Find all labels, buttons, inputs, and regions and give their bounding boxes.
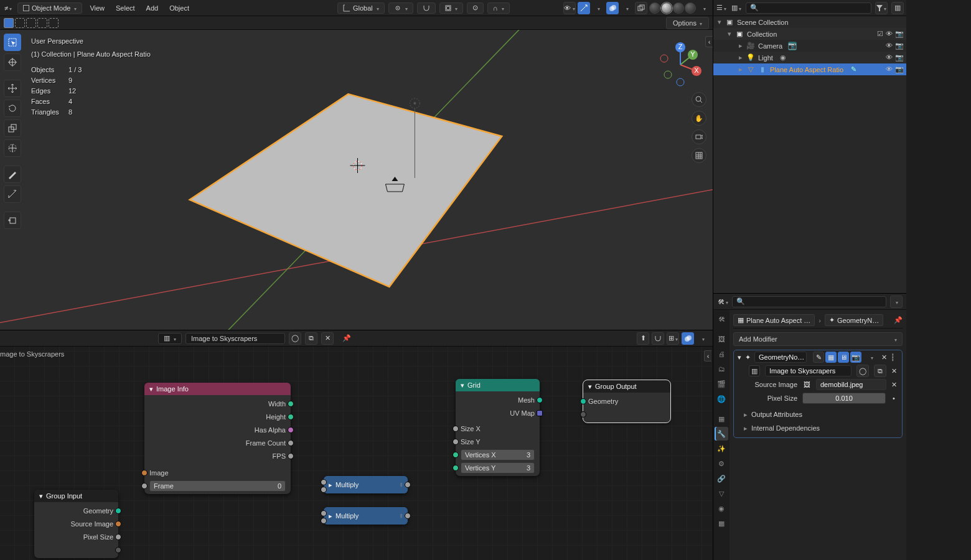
pin-icon[interactable]: 📌 [894, 316, 903, 324]
outliner-filter-icon[interactable] [875, 2, 888, 14]
crumb-modifier[interactable]: ✦GeometryN… [825, 314, 883, 326]
eye-icon[interactable]: 👁 [886, 42, 893, 50]
shade-solid-icon[interactable] [661, 2, 672, 14]
crumb-object[interactable]: ▦Plane Auto Aspect … [733, 314, 815, 326]
mod-drag-handle[interactable]: ┇ [891, 353, 895, 362]
eye-icon[interactable]: 👁 [886, 65, 893, 73]
menu-view[interactable]: View [86, 4, 108, 12]
node-snap-menu[interactable]: ⊞ [667, 332, 679, 345]
outliner-search[interactable]: 🔍 [746, 2, 871, 14]
tab-constraints[interactable]: 🔗 [715, 472, 728, 485]
exclude-checkbox[interactable]: ☑ [877, 30, 883, 38]
tab-material[interactable]: ◉ [715, 502, 728, 515]
modifier-name-field[interactable]: GeometryNo… [754, 352, 807, 363]
image-picker-icon[interactable]: 🖼 [802, 380, 811, 389]
outliner-tree[interactable]: ▾▣ Scene Collection ▾▣ Collection ☑👁📷 ▸🎥… [713, 16, 906, 293]
tool-move[interactable] [4, 80, 21, 97]
xray-icon[interactable] [635, 2, 647, 14]
gn-data-icon[interactable]: ✎ [849, 65, 858, 74]
grid-verty[interactable]: Vertices Y3 [461, 462, 535, 474]
menu-select[interactable]: Select [112, 4, 139, 12]
grid-vertx[interactable]: Vertices X3 [461, 449, 535, 460]
render-icon[interactable]: 📷 [895, 30, 904, 38]
tool-select-box[interactable] [4, 34, 21, 51]
clear-image-icon[interactable]: ✕ [891, 381, 897, 389]
props-options-icon[interactable] [890, 296, 903, 308]
attr-toggle-icon[interactable]: • [891, 394, 897, 402]
camera-data-icon[interactable]: 📷 [788, 42, 797, 50]
shading-mode[interactable] [649, 2, 696, 14]
select-invert-btn[interactable] [26, 18, 36, 28]
snap-toggle[interactable] [417, 2, 436, 14]
node-multiply-2[interactable]: ▸Multiply ⦀ [324, 507, 408, 525]
editor-type-3dview-icon[interactable]: ≠ [2, 2, 14, 14]
mod-delete[interactable]: ✕ [881, 353, 887, 362]
tab-render[interactable]: 🖼 [715, 332, 728, 346]
node-snap-icon[interactable] [652, 332, 664, 345]
frame-input[interactable]: Frame0 [149, 480, 286, 492]
eye-icon[interactable]: 👁 [886, 54, 893, 62]
tool-annotate[interactable] [4, 166, 21, 183]
overlays-toggle-icon[interactable] [606, 2, 619, 14]
gizmo-menu-icon[interactable] [592, 2, 604, 14]
outliner-newcol-icon[interactable]: ▥ [891, 2, 904, 14]
ol-scene-collection[interactable]: ▾▣ Scene Collection [713, 16, 906, 28]
source-image-field[interactable]: demobild.jpeg [816, 379, 886, 390]
tab-tool[interactable]: 🛠 [715, 312, 728, 326]
select-intersect-btn[interactable] [37, 18, 47, 28]
render-icon[interactable]: 📷 [895, 65, 904, 73]
node-multiply-1[interactable]: ▸Multiply ⦀ [324, 476, 408, 493]
fake-user-icon[interactable]: ◯ [289, 332, 301, 345]
node-grid[interactable]: ▾Grid Mesh UV Map Size X Size Y Vertices… [456, 379, 540, 476]
mode-selector[interactable]: Object Mode [17, 2, 82, 14]
pixel-size-field[interactable]: 0.010 [802, 393, 886, 404]
ol-light[interactable]: ▸💡 Light ◉ 👁📷 [713, 52, 906, 63]
menu-object[interactable]: Object [166, 4, 193, 12]
duplicate-nodegroup-icon[interactable]: ⧉ [305, 332, 317, 345]
dup-icon[interactable]: ⧉ [874, 365, 886, 377]
nav-gizmo[interactable]: X Y Z [655, 40, 705, 90]
add-modifier-button[interactable]: Add Modifier [733, 332, 903, 346]
tab-world[interactable]: 🌐 [715, 392, 728, 406]
tool-measure[interactable] [4, 185, 21, 203]
tab-particles[interactable]: ✨ [715, 442, 728, 455]
mod-editmode-icon[interactable]: ▦ [825, 352, 837, 363]
select-all-btn[interactable] [4, 18, 14, 28]
node-overlays-menu[interactable] [697, 332, 709, 345]
mod-realtime-icon[interactable]: 🖥 [838, 352, 849, 363]
tab-output[interactable]: 🖨 [715, 347, 728, 361]
outliner-display-mode[interactable]: ▥ [731, 2, 742, 14]
editor-type-outliner-icon[interactable]: ☰ [716, 2, 727, 14]
gizmo-toggle-icon[interactable] [578, 2, 590, 14]
vp-options[interactable]: Options [666, 17, 709, 29]
transform-orientation[interactable]: Global [337, 2, 385, 14]
node-group-output[interactable]: ▾Group Output Geometry [583, 380, 670, 422]
unlink-nodegroup-icon[interactable]: ✕ [321, 332, 334, 345]
nodegroup-picker-icon[interactable]: ▥ [749, 365, 760, 376]
tool-transform[interactable] [4, 139, 21, 157]
render-icon[interactable]: 📷 [895, 42, 904, 50]
node-n-panel-toggle[interactable]: ‹ [704, 350, 711, 362]
mod-render-icon[interactable]: 📷 [850, 352, 861, 363]
snap-element[interactable] [439, 2, 463, 14]
n-panel-toggle[interactable]: ‹ [705, 36, 713, 47]
visibility-menu-icon[interactable]: 👁 [563, 2, 576, 14]
proportional-falloff[interactable]: ∩ [487, 2, 510, 14]
render-icon[interactable]: 📷 [895, 54, 904, 62]
eye-icon[interactable]: 👁 [886, 30, 893, 38]
pivot-point[interactable] [388, 2, 413, 14]
3d-viewport[interactable]: User Perspective (1) Collection | Plane … [0, 30, 713, 330]
zoom-icon[interactable] [692, 92, 706, 107]
selected-plane[interactable] [190, 94, 502, 287]
tab-physics[interactable]: ⚙ [715, 457, 728, 470]
tab-scene[interactable]: 🎬 [715, 377, 728, 391]
tab-object[interactable]: ▦ [715, 412, 728, 426]
ol-camera[interactable]: ▸🎥 Camera 📷 👁📷 [713, 40, 906, 52]
ol-collection[interactable]: ▾▣ Collection ☑👁📷 [713, 28, 906, 40]
nodegroup-picker[interactable]: ▥ [158, 333, 182, 344]
camera-view-icon[interactable] [692, 129, 706, 144]
unlink-icon[interactable]: ✕ [891, 367, 897, 375]
pin-icon[interactable]: 📌 [342, 334, 351, 342]
tool-cursor[interactable] [4, 54, 21, 71]
node-image-info[interactable]: ▾Image Info Width Height Has Alpha Frame… [144, 383, 291, 494]
